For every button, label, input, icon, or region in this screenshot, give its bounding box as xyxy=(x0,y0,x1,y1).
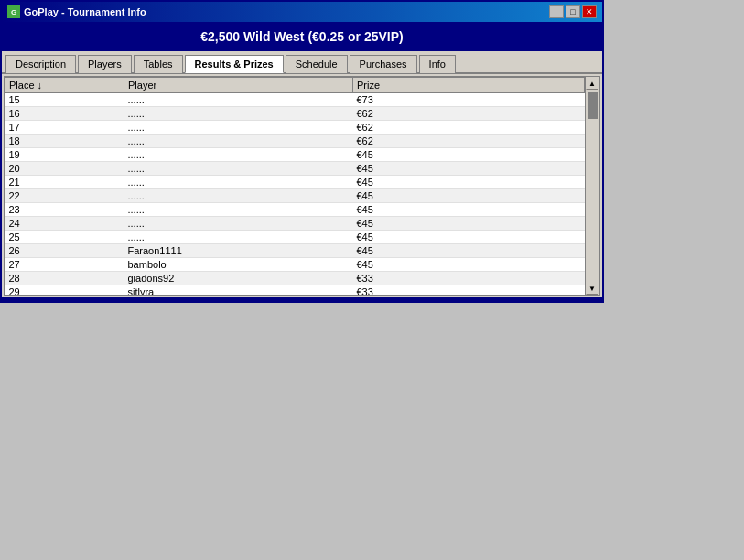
table-row: 27bambolo€45 xyxy=(5,258,585,272)
tab-schedule[interactable]: Schedule xyxy=(286,55,348,73)
title-bar-left: G GoPlay - Tournament Info xyxy=(7,5,146,18)
results-table: Place ↓ Player Prize 15......€7316......… xyxy=(5,77,585,295)
cell-player: Faraon1111 xyxy=(124,244,353,258)
cell-place: 20 xyxy=(5,162,124,176)
window-title: GoPlay - Tournament Info xyxy=(24,6,146,17)
scroll-thumb[interactable] xyxy=(588,92,598,119)
tab-info[interactable]: Info xyxy=(419,55,456,73)
cell-place: 29 xyxy=(5,285,124,296)
cell-prize: €45 xyxy=(353,148,585,162)
cell-place: 22 xyxy=(5,189,124,203)
tab-results-prizes[interactable]: Results & Prizes xyxy=(185,55,284,73)
table-row: 24......€45 xyxy=(5,217,585,231)
cell-player: ...... xyxy=(124,176,353,189)
cell-place: 27 xyxy=(5,258,124,272)
col-prize: Prize xyxy=(353,78,585,93)
cell-player: ...... xyxy=(124,148,353,162)
table-row: 21......€45 xyxy=(5,176,585,189)
cell-place: 28 xyxy=(5,272,124,285)
cell-prize: €45 xyxy=(353,176,585,189)
cell-prize: €45 xyxy=(353,189,585,203)
table-row: 29sjtlyra€33 xyxy=(5,285,585,296)
cell-player: ...... xyxy=(124,135,353,148)
cell-place: 17 xyxy=(5,121,124,135)
cell-player: sjtlyra xyxy=(124,285,353,296)
cell-prize: €62 xyxy=(353,135,585,148)
table-row: 23......€45 xyxy=(5,203,585,217)
title-buttons: _ □ ✕ xyxy=(549,5,597,18)
cell-place: 26 xyxy=(5,244,124,258)
table-row: 16......€62 xyxy=(5,107,585,121)
bottom-border xyxy=(2,297,602,301)
cell-prize: €33 xyxy=(353,272,585,285)
tournament-title: €2,500 Wild West (€0.25 or 25VIP) xyxy=(2,22,602,51)
table-row: 28giadons92€33 xyxy=(5,272,585,285)
tab-bar: Description Players Tables Results & Pri… xyxy=(2,51,602,74)
tab-tables[interactable]: Tables xyxy=(134,55,183,73)
tab-description[interactable]: Description xyxy=(5,55,76,73)
scroll-up-button[interactable]: ▲ xyxy=(586,77,598,90)
scroll-track xyxy=(586,90,599,282)
table-row: 17......€62 xyxy=(5,121,585,135)
cell-player: giadons92 xyxy=(124,272,353,285)
cell-player: ...... xyxy=(124,189,353,203)
cell-player: ...... xyxy=(124,93,353,107)
col-player: Player xyxy=(124,78,353,93)
cell-place: 18 xyxy=(5,135,124,148)
cell-player: bambolo xyxy=(124,258,353,272)
cell-place: 25 xyxy=(5,231,124,244)
cell-player: ...... xyxy=(124,121,353,135)
cell-place: 15 xyxy=(5,93,124,107)
title-bar: G GoPlay - Tournament Info _ □ ✕ xyxy=(2,2,602,22)
cell-player: ...... xyxy=(124,203,353,217)
cell-prize: €73 xyxy=(353,93,585,107)
cell-prize: €62 xyxy=(353,107,585,121)
table-row: 20......€45 xyxy=(5,162,585,176)
table-row: 25......€45 xyxy=(5,231,585,244)
cell-prize: €62 xyxy=(353,121,585,135)
cell-prize: €45 xyxy=(353,217,585,231)
close-button[interactable]: ✕ xyxy=(582,5,597,18)
tab-players[interactable]: Players xyxy=(78,55,132,73)
cell-place: 24 xyxy=(5,217,124,231)
cell-place: 21 xyxy=(5,176,124,189)
tab-purchases[interactable]: Purchases xyxy=(350,55,417,73)
scroll-area[interactable]: Place ↓ Player Prize 15......€7316......… xyxy=(5,77,585,295)
cell-prize: €45 xyxy=(353,244,585,258)
table-row: 18......€62 xyxy=(5,135,585,148)
cell-player: ...... xyxy=(124,107,353,121)
minimize-button[interactable]: _ xyxy=(549,5,564,18)
table-row: 26Faraon1111€45 xyxy=(5,244,585,258)
window-content: €2,500 Wild West (€0.25 or 25VIP) Descri… xyxy=(2,22,602,301)
table-row: 15......€73 xyxy=(5,93,585,107)
table-row: 22......€45 xyxy=(5,189,585,203)
scroll-down-button[interactable]: ▼ xyxy=(586,282,598,295)
cell-player: ...... xyxy=(124,231,353,244)
table-wrapper: Place ↓ Player Prize 15......€7316......… xyxy=(5,77,599,295)
maximize-button[interactable]: □ xyxy=(566,5,580,18)
cell-place: 19 xyxy=(5,148,124,162)
cell-prize: €45 xyxy=(353,231,585,244)
scrollbar[interactable]: ▲ ▼ xyxy=(585,77,599,295)
cell-prize: €45 xyxy=(353,203,585,217)
cell-place: 16 xyxy=(5,107,124,121)
app-icon: G xyxy=(7,5,20,18)
cell-place: 23 xyxy=(5,203,124,217)
results-table-container: Place ↓ Player Prize 15......€7316......… xyxy=(4,76,600,296)
cell-player: ...... xyxy=(124,217,353,231)
cell-prize: €45 xyxy=(353,162,585,176)
main-window: G GoPlay - Tournament Info _ □ ✕ €2,500 … xyxy=(0,0,604,303)
table-row: 19......€45 xyxy=(5,148,585,162)
cell-prize: €45 xyxy=(353,258,585,272)
col-place: Place ↓ xyxy=(5,78,124,93)
cell-prize: €33 xyxy=(353,285,585,296)
cell-player: ...... xyxy=(124,162,353,176)
